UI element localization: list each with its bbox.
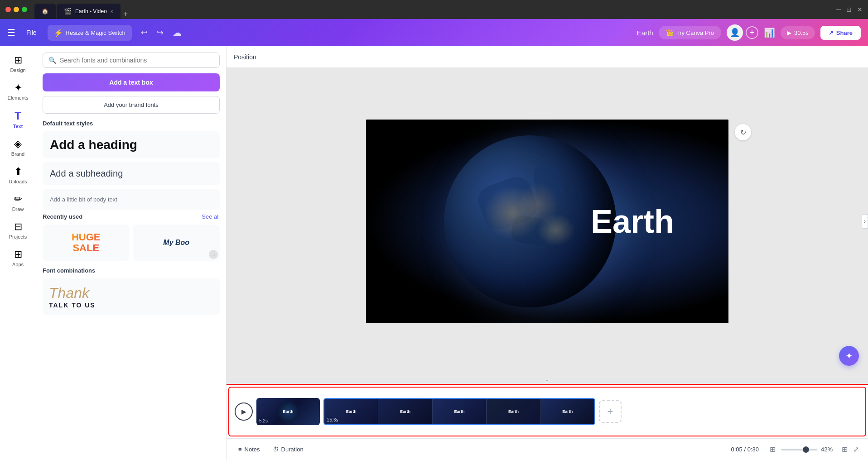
font-arrow-icon: → [209, 250, 218, 259]
share-button[interactable]: ↗ Share [820, 26, 861, 40]
refresh-button[interactable]: ↻ [735, 124, 751, 140]
sidebar-item-uploads[interactable]: ⬆ Uploads [0, 161, 36, 189]
tab-home[interactable]: 🏠 [34, 4, 56, 19]
sidebar-item-design[interactable]: ⊞ Design [0, 50, 36, 77]
sidebar-item-projects[interactable]: ⊟ Projects [0, 216, 36, 244]
subheading-style-item[interactable]: Add a subheading [43, 162, 220, 185]
close-window[interactable]: ✕ [857, 6, 863, 13]
brand-label: Brand [11, 151, 24, 157]
uploads-label: Uploads [9, 179, 27, 184]
heading-label: Add a heading [50, 138, 137, 152]
timeline-tracks: ▶ Earth 5.2s Earth [228, 387, 866, 436]
design-icon: ⊞ [14, 54, 22, 66]
play-time-button[interactable]: ▶ 30.5s [781, 26, 815, 39]
canva-assistant-button[interactable]: ✦ [839, 346, 859, 366]
search-bar: 🔍 [43, 53, 220, 68]
clip-segment-4: Earth [487, 399, 540, 424]
lightning-icon: ⚡ [54, 29, 63, 37]
clip-2-inner: Earth Earth Earth Earth Earth [324, 399, 594, 424]
clip-segment-5: Earth [541, 399, 594, 424]
tab-favicon: 🎬 [64, 8, 72, 15]
subheading-label: Add a subheading [50, 168, 123, 178]
search-input[interactable] [60, 57, 214, 64]
tab-close-button[interactable]: × [111, 9, 113, 14]
design-label: Design [10, 67, 25, 73]
recent-fonts-grid: HUGESALE My Boo → [43, 225, 220, 261]
apps-label: Apps [12, 262, 24, 267]
sidebar-item-text[interactable]: T Text [0, 105, 36, 134]
body-label: Add a little bit of body text [50, 196, 117, 203]
home-icon: 🏠 [42, 8, 48, 14]
app-bar: ☰ File ⚡ Resize & Magic Switch ↩ ↪ ☁ Ear… [0, 19, 868, 46]
analytics-button[interactable]: 📊 [764, 27, 775, 38]
try-canva-button[interactable]: 👑 Try Canva Pro [659, 26, 721, 39]
collapse-timeline-button[interactable]: ⌄ [227, 375, 868, 384]
clip-1[interactable]: Earth 5.2s [256, 398, 320, 425]
menu-button[interactable]: ☰ [7, 27, 15, 38]
clip-2-time: 25.3s [327, 417, 338, 422]
heading-style-item[interactable]: Add a heading [43, 131, 220, 158]
right-panel-toggle[interactable]: › [862, 214, 868, 229]
zoom-percent: 42% [821, 446, 833, 453]
canvas-timeline-area: Position Earth ↻ › [227, 46, 868, 460]
save-cloud-icon[interactable]: ☁ [173, 27, 182, 38]
slide-canvas[interactable]: Earth [366, 120, 728, 323]
clip-2[interactable]: Earth Earth Earth Earth Earth [323, 398, 595, 425]
elements-label: Elements [8, 95, 29, 101]
add-member-button[interactable]: + [746, 26, 758, 39]
elements-icon: ✦ [14, 82, 22, 94]
assistant-icon: ✦ [845, 350, 853, 361]
timeline-area: ▶ Earth 5.2s Earth [227, 384, 868, 438]
draw-label: Draw [12, 206, 24, 212]
fullscreen-button[interactable]: ⤢ [851, 443, 861, 455]
body-style-item[interactable]: Add a little bit of body text [43, 189, 220, 210]
grid-view-button[interactable]: ⊞ [768, 443, 777, 455]
duration-button[interactable]: ⏱ Duration [268, 443, 308, 455]
file-button[interactable]: File [21, 26, 42, 39]
see-all-link[interactable]: See all [202, 213, 220, 220]
minimize-window[interactable]: ─ [836, 6, 841, 13]
view-buttons: ⊞ ⤢ [840, 443, 861, 455]
magic-switch-button[interactable]: ⚡ Resize & Magic Switch [48, 25, 132, 41]
sidebar-item-brand[interactable]: ◈ Brand [0, 134, 36, 161]
position-label: Position [234, 53, 256, 61]
notes-icon: ≡ [238, 446, 242, 453]
undo-button[interactable]: ↩ [137, 26, 151, 39]
sidebar-item-draw[interactable]: ✏ Draw [0, 189, 36, 216]
draw-icon: ✏ [14, 193, 22, 205]
huge-sale-font[interactable]: HUGESALE [43, 225, 130, 261]
duration-icon: ⏱ [273, 446, 279, 453]
timeline-play-button[interactable]: ▶ [235, 402, 253, 421]
huge-sale-text: HUGESALE [72, 232, 101, 254]
projects-icon: ⊟ [14, 221, 22, 233]
notes-button[interactable]: ≡ Notes [234, 443, 265, 455]
zoom-slider[interactable] [781, 449, 817, 450]
dot-close[interactable] [5, 7, 11, 12]
bottom-bar: ≡ Notes ⏱ Duration 0:05 / 0:30 ⊞ 42% ⊞ ⤢ [227, 438, 868, 460]
restore-window[interactable]: ⊡ [846, 6, 852, 13]
dot-maximize[interactable] [22, 7, 27, 12]
my-book-font[interactable]: My Boo → [133, 225, 220, 261]
text-label: Text [13, 124, 23, 129]
avatar-area: 👤 + [727, 24, 758, 41]
redo-button[interactable]: ↪ [153, 26, 167, 39]
dot-minimize[interactable] [14, 7, 19, 12]
layout-grid-button[interactable]: ⊞ [840, 443, 849, 455]
user-avatar[interactable]: 👤 [727, 24, 743, 41]
sidebar-item-elements[interactable]: ✦ Elements [0, 77, 36, 105]
add-textbox-button[interactable]: Add a text box [43, 73, 220, 91]
clip-segment-2: Earth [378, 399, 432, 424]
text-icon: T [14, 110, 21, 122]
project-title: Earth [637, 29, 653, 37]
new-tab-button[interactable]: + [123, 10, 128, 19]
time-indicator: 0:05 / 0:30 [731, 446, 759, 453]
tab-earth-video[interactable]: 🎬 Earth - Video × [57, 4, 121, 19]
brand-fonts-button[interactable]: Add your brand fonts [43, 96, 220, 114]
default-styles-title: Default text styles [43, 120, 220, 127]
sidebar-item-apps[interactable]: ⊞ Apps [0, 244, 36, 272]
add-clip-button[interactable]: + [599, 400, 622, 423]
projects-label: Projects [9, 234, 27, 240]
font-combo-1[interactable]: Thank TALK TO US [43, 278, 220, 315]
zoom-thumb[interactable] [803, 446, 809, 453]
browser-controls: ─ ⊡ ✕ [836, 6, 863, 13]
